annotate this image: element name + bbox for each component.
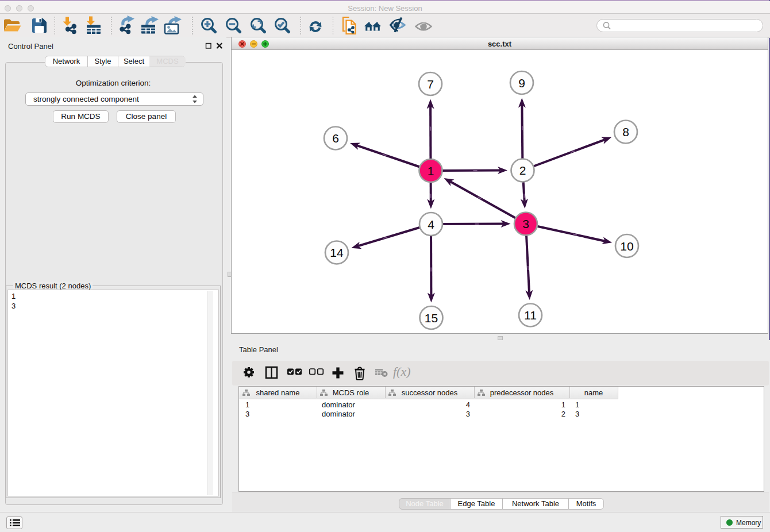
svg-text:8: 8 [622,125,629,138]
svg-text:11: 11 [524,309,537,322]
svg-text:9: 9 [518,76,525,90]
svg-text:1: 1 [428,164,434,178]
svg-text:2: 2 [519,164,526,177]
svg-text:4: 4 [428,218,434,231]
svg-text:15: 15 [425,311,438,325]
svg-text:3: 3 [522,217,529,230]
svg-text:14: 14 [330,246,344,259]
svg-text:6: 6 [332,132,339,145]
svg-text:7: 7 [427,78,434,91]
svg-text:10: 10 [620,240,633,253]
